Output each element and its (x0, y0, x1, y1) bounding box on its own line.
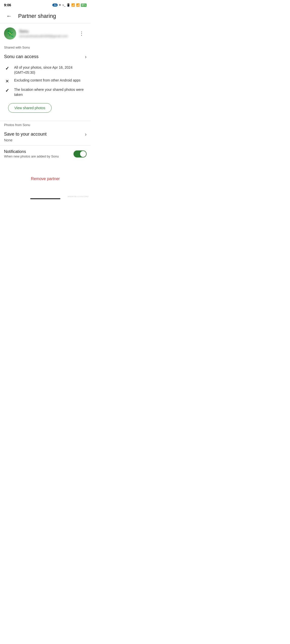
app-bar: ← Partner sharing (0, 9, 91, 23)
status-icons: Jio ✳ >_ 📳 📶 📶 97+ (52, 3, 87, 7)
check-icon-2: ✓ (4, 88, 10, 94)
more-options-button[interactable]: ⋮ (77, 28, 87, 38)
remove-partner-label: Remove partner (31, 177, 60, 181)
photos-from-label: Photos from Sonu (0, 121, 91, 128)
notifications-row: Notifications When new photos are added … (4, 149, 87, 158)
home-indicator (30, 198, 60, 199)
save-row-text: Save to your account (4, 132, 47, 137)
shared-section-label: Shared with Sonu (0, 44, 91, 50)
avatar: 🦎 (4, 27, 16, 39)
avatar-image: 🦎 (4, 27, 16, 39)
status-bar: 9:06 Jio ✳ >_ 📳 📶 📶 97+ (0, 0, 91, 9)
profile-email: sonuandrasbudhi309@gmail.com (19, 34, 68, 38)
signal-icon: 📶 (76, 3, 80, 7)
sonu-can-access-row[interactable]: Sonu can access › (0, 50, 91, 63)
terminal-icon: >_ (62, 4, 65, 7)
page-title: Partner sharing (18, 13, 56, 19)
notifications-info: Notifications When new photos are added … (4, 149, 74, 158)
profile-name: Sonu (19, 29, 68, 34)
status-time: 9:06 (4, 3, 11, 7)
watermark: ANDROID & DISCORD (67, 195, 89, 198)
notifications-subtitle: When new photos are added by Sonu (4, 154, 74, 158)
wifi-icon: 📶 (71, 3, 75, 7)
profile-info: Sonu sonuandrasbudhi309@gmail.com (19, 29, 68, 38)
feature-text-2: Excluding content from other Android app… (14, 78, 81, 83)
none-text: None (0, 138, 91, 145)
save-row-chevron: › (85, 131, 87, 137)
notifications-toggle[interactable] (74, 150, 87, 157)
access-row-text: Sonu can access (4, 54, 39, 59)
fan-icon: ✳ (59, 3, 61, 7)
feature-item-1: ✓ All of your photos, since Apr 16, 2024… (4, 65, 87, 75)
view-photos-label: View shared photos (14, 106, 45, 110)
more-icon: ⋮ (79, 30, 84, 36)
feature-text-3: The location where your shared photos we… (14, 87, 87, 97)
avatar-emoji: 🦎 (6, 30, 14, 37)
vibrate-icon: 📳 (66, 3, 70, 7)
view-shared-photos-button[interactable]: View shared photos (8, 103, 52, 113)
back-button[interactable]: ← (4, 11, 14, 21)
battery-icon: 97+ (81, 4, 87, 7)
jio-badge: Jio (52, 4, 58, 7)
toggle-knob (80, 151, 86, 157)
feature-text-1: All of your photos, since Apr 16, 2024 (… (14, 65, 87, 75)
x-icon-1: ✕ (4, 78, 10, 84)
remove-partner-button[interactable]: Remove partner (0, 172, 91, 186)
feature-list: ✓ All of your photos, since Apr 16, 2024… (0, 63, 91, 101)
notifications-title: Notifications (4, 149, 74, 154)
feature-item-2: ✕ Excluding content from other Android a… (4, 78, 87, 84)
back-arrow-icon: ← (6, 13, 12, 19)
view-photos-container: View shared photos (0, 101, 91, 121)
profile-section: 🦎 Sonu sonuandrasbudhi309@gmail.com ⋮ (0, 23, 91, 44)
profile-left: 🦎 Sonu sonuandrasbudhi309@gmail.com (4, 27, 68, 39)
save-to-account-row[interactable]: Save to your account › (0, 128, 91, 138)
notifications-section: Notifications When new photos are added … (0, 145, 91, 162)
access-row-chevron: › (85, 54, 87, 60)
check-icon-1: ✓ (4, 65, 10, 71)
feature-item-3: ✓ The location where your shared photos … (4, 87, 87, 97)
